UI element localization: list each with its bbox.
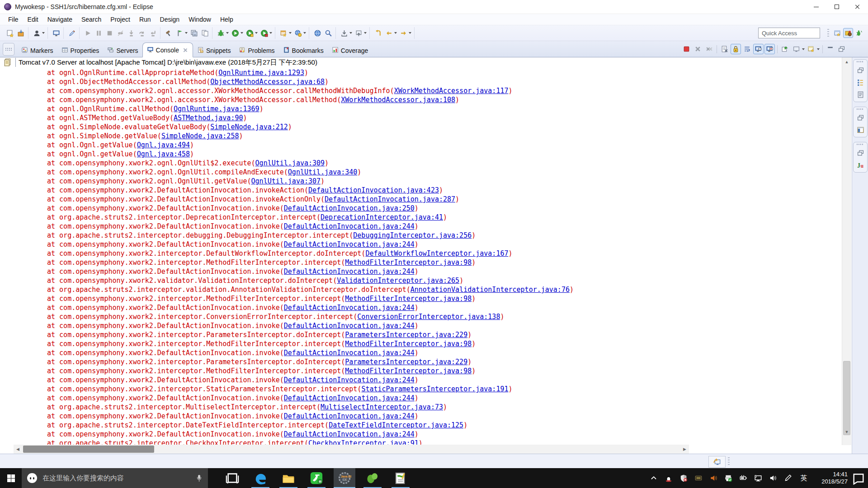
- stack-link[interactable]: XWorkMethodAccessor.java:117: [394, 87, 509, 95]
- start-button[interactable]: [0, 468, 22, 488]
- stack-link[interactable]: DefaultActionInvocation.java:244: [284, 222, 415, 230]
- stack-link[interactable]: Ognl.java:458: [137, 150, 190, 158]
- coverage-icon[interactable]: [259, 28, 269, 38]
- profile-icon-dropdown[interactable]: [42, 32, 45, 34]
- new-web-wizard-icon-dropdown[interactable]: [289, 32, 292, 34]
- maximize-view-icon[interactable]: [836, 44, 847, 54]
- restore-snapshot-icon-dropdown[interactable]: [364, 32, 367, 34]
- menu-run[interactable]: Run: [135, 15, 156, 24]
- stack-link[interactable]: Ognl.java:494: [137, 141, 190, 149]
- remove-all-launches-icon[interactable]: [704, 44, 714, 54]
- stack-link[interactable]: ParametersInterceptor.java:229: [345, 358, 467, 366]
- edge-icon[interactable]: [250, 468, 271, 488]
- stack-link[interactable]: DefaultActionInvocation.java:244: [284, 267, 415, 276]
- save-all-icon[interactable]: [189, 28, 199, 38]
- tray-expand-icon[interactable]: [648, 472, 659, 484]
- copy-icon[interactable]: [200, 28, 210, 38]
- download-icon-dropdown[interactable]: [349, 32, 352, 34]
- run-icon[interactable]: [230, 28, 240, 38]
- stack-link[interactable]: DateTextFieldInterceptor.java:125: [329, 421, 463, 429]
- stack-link[interactable]: OgnlRuntime.java:1293: [218, 69, 304, 77]
- restore-view-icon[interactable]: [856, 113, 865, 122]
- menu-design[interactable]: Design: [156, 15, 184, 24]
- stack-link[interactable]: DefaultActionInvocation.java:244: [284, 304, 415, 312]
- minimize-button[interactable]: [806, 0, 826, 14]
- tab-bookmarks[interactable]: Bookmarks: [279, 44, 328, 57]
- pin-console-icon[interactable]: [780, 44, 790, 54]
- stack-link[interactable]: SimpleNode.java:212: [210, 123, 288, 131]
- menu-help[interactable]: Help: [216, 15, 238, 24]
- web-service-icon-dropdown[interactable]: [303, 32, 306, 34]
- stack-link[interactable]: DefaultActionInvocation.java:287: [325, 195, 455, 203]
- battery-icon[interactable]: [738, 472, 749, 484]
- notepadpp-icon[interactable]: [390, 468, 411, 488]
- resume-icon[interactable]: [83, 28, 93, 38]
- outline-icon[interactable]: [856, 78, 865, 87]
- stack-link[interactable]: OgnlUtil.java:309: [255, 159, 325, 167]
- forward-icon[interactable]: [398, 28, 408, 38]
- step-into-icon[interactable]: [126, 28, 136, 38]
- task-list-icon[interactable]: [856, 90, 865, 99]
- scroll-down-arrow[interactable]: ▼: [842, 427, 851, 436]
- stack-link[interactable]: DefaultWorkflowInterceptor.java:167: [365, 249, 508, 258]
- restore-snapshot-icon[interactable]: [354, 28, 363, 38]
- search-icon[interactable]: [323, 28, 333, 38]
- stack-link[interactable]: ASTMethod.java:90: [174, 114, 243, 122]
- word-wrap-icon[interactable]: [742, 44, 752, 54]
- open-console-icon-dropdown[interactable]: [817, 48, 820, 50]
- external-tools-icon-dropdown[interactable]: [185, 32, 188, 34]
- stack-link[interactable]: MethodFilterInterceptor.java:98: [345, 340, 472, 348]
- open-console-shortcut-icon[interactable]: [51, 28, 61, 38]
- run-history-icon[interactable]: [245, 28, 255, 38]
- quick-access-input[interactable]: Quick Access: [758, 28, 820, 38]
- step-over-icon[interactable]: [137, 28, 147, 38]
- ime-indicator[interactable]: 英: [797, 474, 810, 483]
- minimized-trim-handle[interactable]: [3, 43, 14, 56]
- stack-link[interactable]: MethodFilterInterceptor.java:98: [345, 367, 472, 375]
- new-web-wizard-icon[interactable]: [278, 28, 288, 38]
- debug-icon[interactable]: [216, 28, 226, 38]
- disconnect-icon[interactable]: [115, 28, 125, 38]
- open-perspective-icon[interactable]: [832, 28, 842, 38]
- stack-link[interactable]: MethodFilterInterceptor.java:98: [345, 258, 472, 267]
- profile-icon[interactable]: [32, 28, 42, 38]
- stack-link[interactable]: ObjectMethodAccessor.java:68: [210, 78, 325, 86]
- menu-file[interactable]: File: [4, 15, 23, 24]
- build-all-icon[interactable]: [164, 28, 174, 38]
- terminate-gray-icon[interactable]: [104, 28, 114, 38]
- stack-link[interactable]: SimpleNode.java:258: [161, 132, 239, 140]
- menu-edit[interactable]: Edit: [23, 15, 43, 24]
- tab-properties[interactable]: Properties: [57, 44, 104, 57]
- remove-launch-icon[interactable]: [693, 44, 703, 54]
- stack-link[interactable]: DefaultActionInvocation.java:250: [284, 204, 415, 212]
- taskbar-clock[interactable]: 14:412018/5/27: [814, 471, 848, 485]
- show-stderr-icon[interactable]: [764, 44, 775, 54]
- vertical-scrollbar[interactable]: ▲ ▼: [842, 57, 851, 445]
- clear-console-icon[interactable]: [719, 44, 730, 54]
- stack-link[interactable]: DefaultActionInvocation.java:244: [284, 430, 415, 438]
- stack-link[interactable]: XWorkMethodAccessor.java:108: [341, 96, 455, 104]
- explorer-icon[interactable]: [278, 468, 299, 488]
- scroll-right-arrow[interactable]: ▶: [680, 445, 689, 454]
- stack-link[interactable]: OgnlRuntime.java:1369: [174, 105, 259, 113]
- tab-coverage[interactable]: Coverage: [328, 44, 373, 57]
- restore-view-icon[interactable]: [856, 66, 865, 75]
- step-return-icon[interactable]: [148, 28, 158, 38]
- open-console-icon[interactable]: [806, 44, 816, 54]
- stack-link[interactable]: DebuggingInterceptor.java:256: [353, 231, 472, 239]
- back-icon-dropdown[interactable]: [394, 32, 397, 34]
- stack-link[interactable]: StaticParametersInterceptor.java:191: [361, 385, 508, 393]
- display-console-icon-dropdown[interactable]: [802, 48, 805, 50]
- qq-icon[interactable]: [663, 472, 674, 484]
- network-icon[interactable]: [753, 472, 764, 484]
- last-edit-icon[interactable]: [373, 28, 383, 38]
- speaker-orange-icon[interactable]: [708, 472, 719, 484]
- stack-link[interactable]: DefaultActionInvocation.java:244: [284, 240, 415, 249]
- stack-link[interactable]: DeprecationInterceptor.java:41: [321, 213, 443, 221]
- tab-problems[interactable]: Problems: [235, 44, 278, 57]
- external-tools-icon[interactable]: [175, 28, 184, 38]
- notification-center-icon[interactable]: [852, 472, 865, 484]
- tab-markers[interactable]: Markers: [17, 44, 57, 57]
- debug-icon-dropdown[interactable]: [226, 32, 229, 34]
- stack-link[interactable]: OgnlUtil.java:340: [288, 168, 358, 176]
